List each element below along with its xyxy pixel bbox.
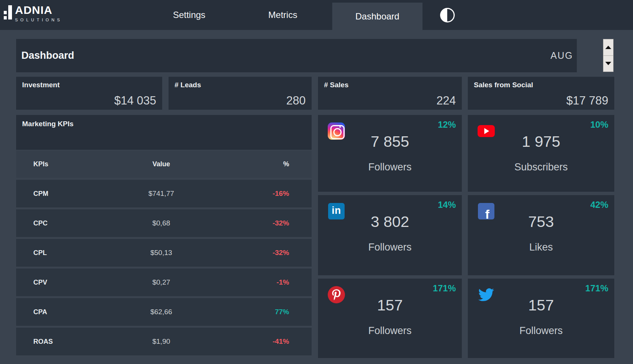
dashboard-app: ADNIA SOLUTIONS Settings Metrics Dashboa… — [0, 0, 633, 364]
social-card-linkedin: in 14% 3 802 Followers — [318, 195, 462, 275]
growth-pct: 10% — [590, 119, 608, 130]
month-value: AUG — [551, 50, 573, 61]
col-header-kpis: KPIs — [16, 160, 119, 168]
social-value: 3 802 — [318, 213, 462, 231]
kpi-card-sales-from-social: Sales from Social $17 789 — [468, 77, 614, 110]
kpi-pct: -41% — [204, 337, 312, 346]
table-row-roas: ROAS $1,90 -41% — [16, 328, 312, 355]
logo-brand-text: ADNIA — [15, 4, 63, 16]
marketing-kpis-header: Marketing KPIs — [16, 115, 312, 150]
month-spinner — [603, 39, 614, 72]
social-metric-label: Followers — [318, 325, 462, 337]
table-row-cpm: CPM $741,77 -16% — [16, 180, 312, 207]
up-arrow-icon — [605, 46, 611, 49]
kpi-pct: -1% — [204, 278, 312, 286]
kpi-value: $0,27 — [119, 278, 204, 286]
kpi-value: $1,90 — [119, 337, 204, 346]
social-card-facebook: f 42% 753 Likes — [468, 195, 614, 275]
growth-pct: 14% — [438, 200, 456, 210]
top-nav: ADNIA SOLUTIONS Settings Metrics Dashboa… — [0, 0, 633, 30]
kpi-label: # Sales — [324, 81, 349, 89]
table-row-cpl: CPL $50,13 -32% — [16, 239, 312, 267]
growth-pct: 12% — [438, 119, 456, 130]
social-metric-label: Followers — [468, 325, 614, 337]
social-card-youtube: 10% 1 975 Subscribers — [468, 115, 614, 192]
contrast-toggle-icon[interactable] — [440, 8, 455, 22]
social-value: 157 — [318, 297, 462, 314]
social-card-twitter: 171% 157 Followers — [468, 279, 614, 358]
social-metric-label: Likes — [468, 242, 614, 253]
social-value: 7 855 — [318, 133, 462, 151]
tab-dashboard-label: Dashboard — [355, 11, 399, 22]
kpi-name: ROAS — [16, 338, 119, 346]
col-header-pct: % — [204, 160, 312, 168]
down-arrow-icon — [605, 62, 611, 65]
kpi-pct: -32% — [204, 219, 312, 227]
social-value: 1 975 — [468, 133, 614, 151]
tab-metrics[interactable]: Metrics — [236, 0, 330, 30]
kpi-value: $62,66 — [119, 308, 204, 316]
kpi-card-investment: Investment $14 035 — [16, 77, 162, 110]
social-value: 157 — [468, 297, 614, 314]
table-row-cpv: CPV $0,27 -1% — [16, 269, 312, 296]
growth-pct: 42% — [590, 200, 608, 210]
panel-title: Marketing KPIs — [22, 120, 312, 128]
marketing-kpis-panel: Marketing KPIs KPIs Value % CPM $741,77 … — [16, 115, 312, 357]
table-header-row: KPIs Value % — [16, 151, 312, 178]
kpi-card-sales: # Sales 224 — [318, 77, 462, 110]
tab-settings[interactable]: Settings — [142, 0, 236, 30]
social-value: 753 — [468, 213, 614, 231]
kpi-value: $0,68 — [119, 219, 204, 227]
month-spinner-down-button[interactable] — [603, 56, 614, 72]
kpi-value: $741,77 — [119, 189, 204, 198]
kpi-name: CPL — [16, 249, 119, 257]
kpi-label: Sales from Social — [474, 81, 533, 89]
kpi-value: $17 789 — [566, 94, 608, 107]
kpi-pct: 77% — [204, 308, 312, 316]
col-header-value: Value — [119, 160, 204, 168]
kpi-name: CPC — [16, 219, 119, 227]
kpi-label: # Leads — [175, 81, 201, 89]
kpi-pct: -32% — [204, 249, 312, 257]
social-card-instagram: 12% 7 855 Followers — [318, 115, 462, 192]
page-header: Dashboard AUG — [16, 39, 577, 72]
social-metric-label: Followers — [318, 242, 462, 253]
kpi-card-leads: # Leads 280 — [169, 77, 312, 110]
social-card-pinterest: 171% 157 Followers — [318, 279, 462, 358]
month-spinner-up-button[interactable] — [603, 39, 614, 56]
social-metric-label: Followers — [318, 161, 462, 173]
kpi-value: $50,13 — [119, 249, 204, 257]
growth-pct: 171% — [585, 283, 608, 294]
logo-bar-chart-icon — [4, 5, 12, 19]
kpi-value: $14 035 — [114, 94, 156, 107]
kpi-value: 280 — [286, 94, 306, 107]
adnia-logo: ADNIA SOLUTIONS — [4, 4, 63, 22]
social-metric-label: Subscribers — [468, 161, 614, 173]
page-title: Dashboard — [21, 50, 74, 61]
kpi-pct: -16% — [204, 189, 312, 198]
growth-pct: 171% — [433, 283, 456, 294]
kpi-name: CPM — [16, 190, 119, 198]
kpi-value: 224 — [436, 94, 456, 107]
kpi-name: CPV — [16, 279, 119, 286]
table-row-cpa: CPA $62,66 77% — [16, 298, 312, 326]
logo-sub-text: SOLUTIONS — [15, 18, 63, 22]
kpi-name: CPA — [16, 308, 119, 316]
tab-dashboard[interactable]: Dashboard — [332, 3, 422, 35]
table-row-cpc: CPC $0,68 -32% — [16, 209, 312, 237]
kpi-label: Investment — [22, 81, 60, 89]
